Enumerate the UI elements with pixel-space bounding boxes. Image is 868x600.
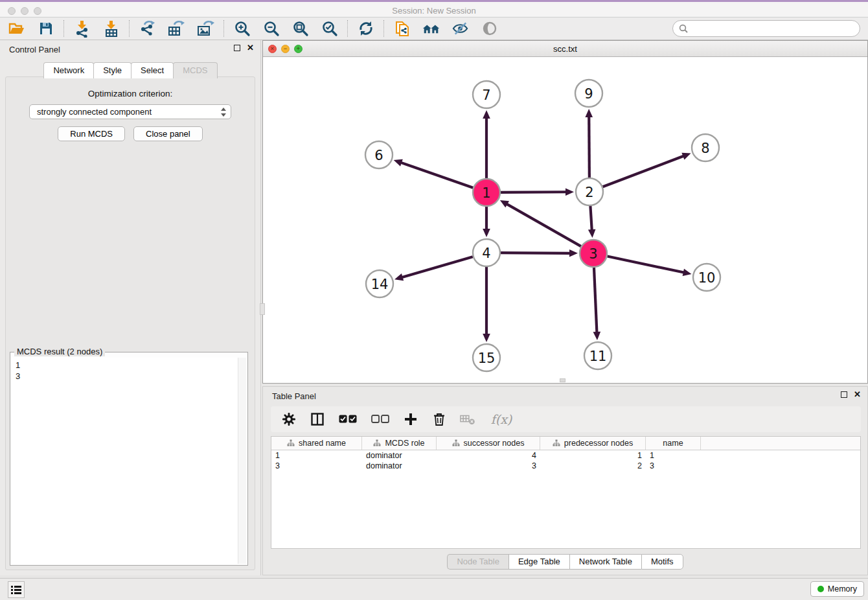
task-history-button[interactable] [8, 581, 25, 598]
graph-edge-arrowhead [394, 159, 403, 167]
graph-edge-arrowhead [593, 332, 601, 340]
graph-edge-1-2[interactable] [501, 192, 566, 192]
status-bar: Memory [0, 578, 868, 600]
table-cell: 3 [646, 461, 701, 471]
function-builder-icon[interactable]: f(x) [488, 411, 514, 427]
float-table-panel-icon[interactable] [841, 391, 847, 398]
mcds-tab-content: Optimization criterion: strongly connect… [5, 76, 255, 570]
graph-edge-2-3[interactable] [590, 206, 591, 230]
import-table-icon[interactable] [102, 20, 120, 38]
tab-mcds[interactable]: MCDS [173, 62, 217, 78]
table-row[interactable]: 3dominator323 [271, 461, 860, 471]
hierarchy-icon [373, 439, 381, 447]
column-header-successor-nodes[interactable]: successor nodes [437, 437, 540, 450]
table-cell: 1 [271, 450, 362, 461]
table-body: 1dominator4113dominator323 [271, 450, 860, 471]
table-header-row: shared nameMCDS rolesuccessor nodesprede… [271, 437, 860, 450]
column-pane-icon[interactable] [310, 411, 325, 427]
table-tabs: Node TableEdge TableNetwork TableMotifs [263, 554, 867, 570]
tab-network-table[interactable]: Network Table [569, 554, 641, 570]
clone-network-icon[interactable] [393, 20, 411, 38]
hierarchy-icon [452, 439, 460, 447]
select-all-icon[interactable] [338, 411, 358, 427]
tab-node-table[interactable]: Node Table [447, 554, 508, 570]
hide-panel-eye-icon[interactable] [451, 20, 469, 38]
graph-edge-3-10[interactable] [608, 257, 684, 273]
pane-divider-grip[interactable] [260, 303, 265, 315]
close-panel-button[interactable]: Close panel [133, 126, 203, 141]
graph-node-label: 3 [589, 246, 597, 262]
zoom-fit-icon[interactable] [291, 20, 309, 38]
export-image-icon[interactable] [197, 20, 214, 38]
graph-edge-arrowhead [569, 249, 578, 257]
table-cell: 1 [540, 450, 646, 461]
column-header-shared-name[interactable]: shared name [271, 437, 362, 450]
table-cell: 3 [437, 461, 540, 471]
result-scrollbar[interactable] [238, 358, 246, 564]
table-toolbar: f(x) [271, 406, 861, 432]
delete-column-trash-icon[interactable] [431, 411, 447, 427]
refresh-icon[interactable] [357, 20, 374, 38]
memory-button[interactable]: Memory [810, 581, 864, 597]
control-panel-title: Control Panel [9, 45, 60, 54]
graph-edge-arrowhead [565, 188, 574, 196]
close-panel-icon[interactable]: ✕ [247, 45, 254, 51]
graph-edge-2-9[interactable] [589, 117, 589, 178]
deselect-all-icon[interactable] [371, 411, 390, 427]
show-eye-icon[interactable] [481, 20, 498, 38]
criterion-select[interactable]: strongly connected component [29, 104, 231, 119]
mcds-result-legend: MCDS result (2 nodes) [14, 347, 105, 356]
zoom-selected-icon[interactable] [321, 20, 338, 38]
graph-edge-2-8[interactable] [603, 156, 684, 187]
export-network-icon[interactable] [139, 20, 156, 38]
column-header-predecessor-nodes[interactable]: predecessor nodes [540, 437, 646, 450]
graph-node-label: 14 [371, 277, 389, 292]
graph-node-label: 4 [482, 246, 490, 261]
zoom-in-icon[interactable] [233, 20, 251, 38]
tab-style[interactable]: Style [93, 62, 131, 78]
graph-node-label: 15 [478, 351, 496, 366]
graph-edge-1-6[interactable] [401, 163, 473, 188]
tab-select[interactable]: Select [131, 62, 174, 78]
mcds-result-list[interactable]: 13 [12, 358, 246, 564]
graph-edge-arrowhead [585, 109, 593, 117]
network-canvas[interactable]: 7968124314101511 [263, 57, 867, 383]
add-column-icon[interactable] [403, 411, 418, 427]
main-toolbar [0, 17, 868, 40]
window-resize-grip[interactable] [560, 378, 565, 382]
table-cell: 1 [646, 450, 701, 461]
graph-edge-arrowhead [394, 273, 404, 281]
network-canvas-svg: 7968124314101511 [263, 57, 867, 383]
import-network-icon[interactable] [73, 20, 91, 38]
column-header-MCDS-role[interactable]: MCDS role [362, 437, 437, 450]
graph-edge-4-3[interactable] [501, 253, 570, 253]
search-field[interactable] [672, 20, 860, 37]
float-panel-icon[interactable] [234, 45, 240, 51]
export-table-icon[interactable] [168, 20, 185, 38]
delete-table-icon[interactable] [460, 411, 475, 427]
graph-edge-3-11[interactable] [594, 268, 597, 332]
graph-node-label: 7 [482, 87, 490, 103]
run-mcds-button[interactable]: Run MCDS [58, 126, 125, 141]
node-table[interactable]: shared nameMCDS rolesuccessor nodesprede… [271, 436, 861, 549]
tab-edge-table[interactable]: Edge Table [508, 554, 569, 570]
table-cell: 3 [271, 461, 362, 471]
graph-edge-4-14[interactable] [402, 257, 473, 277]
graph-edge-3-1[interactable] [507, 204, 581, 246]
save-session-icon[interactable] [37, 20, 54, 38]
network-view-window: × − + scc.txt 7968124314101511 [262, 40, 868, 384]
graph-node-label: 6 [374, 148, 383, 163]
tab-network[interactable]: Network [43, 62, 94, 78]
table-row[interactable]: 1dominator411 [271, 450, 860, 461]
search-input[interactable] [692, 24, 847, 34]
graph-node-label: 8 [701, 141, 709, 156]
zoom-out-icon[interactable] [262, 20, 280, 38]
network-window-titlebar[interactable]: × − + scc.txt [263, 41, 867, 57]
tab-motifs[interactable]: Motifs [641, 554, 683, 570]
open-file-icon[interactable] [8, 20, 25, 38]
table-settings-gear-icon[interactable] [281, 411, 297, 427]
close-table-panel-icon[interactable]: ✕ [854, 391, 861, 398]
app-titlebar: Session: New Session [0, 0, 868, 17]
column-header-name[interactable]: name [646, 437, 701, 450]
home-layout-icon[interactable] [422, 20, 440, 38]
